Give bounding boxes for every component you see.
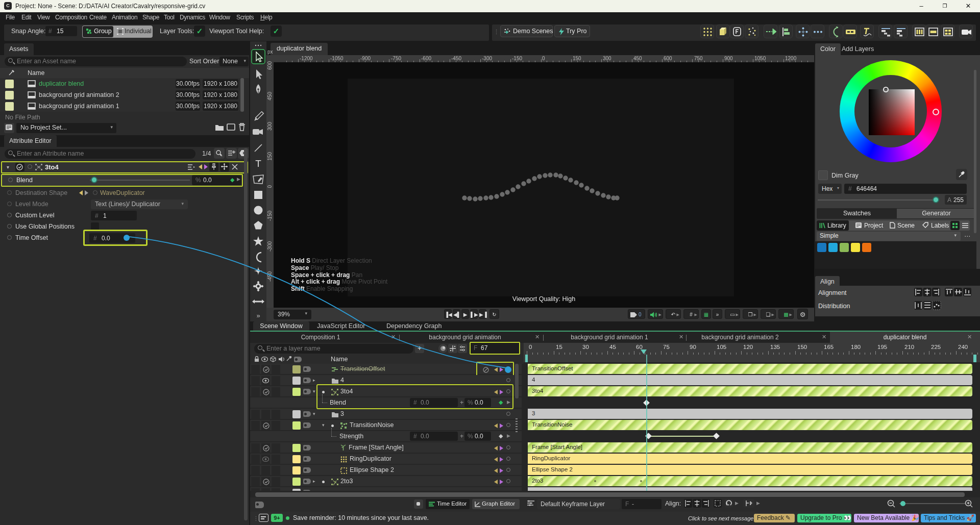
svg-text:»: » [256, 312, 260, 319]
svg-text:T: T [255, 158, 261, 169]
